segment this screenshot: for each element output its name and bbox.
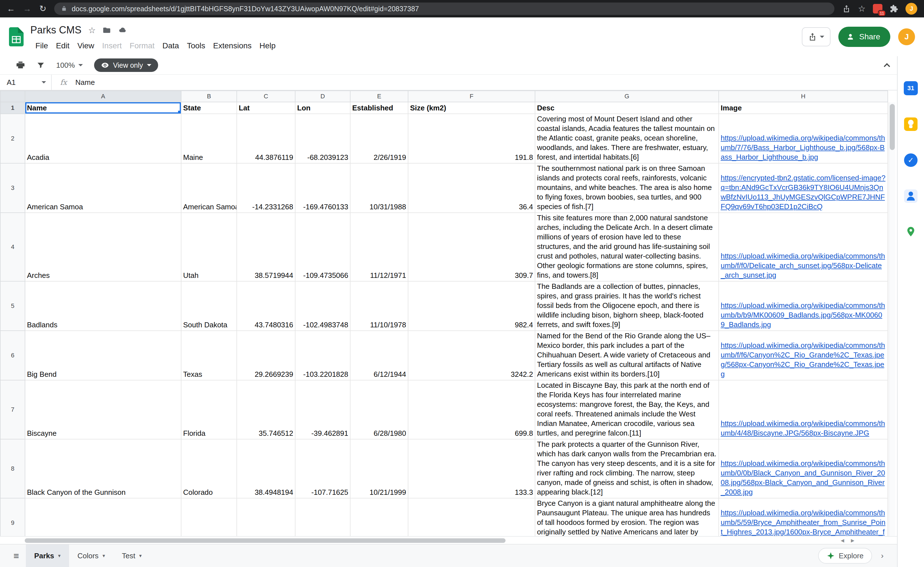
cell-name[interactable]: Badlands bbox=[25, 281, 181, 331]
column-header-g[interactable]: G bbox=[535, 91, 719, 102]
cell-lat[interactable]: 43.7480316 bbox=[237, 281, 295, 331]
move-to-drive-icon[interactable] bbox=[102, 26, 111, 34]
sheet-tab-parks[interactable]: Parks ▾ bbox=[26, 544, 69, 567]
cell-lat[interactable]: 38.5719944 bbox=[237, 213, 295, 281]
image-url-link[interactable]: https://upload.wikimedia.org/wikipedia/c… bbox=[721, 134, 885, 161]
cell-lon[interactable]: -102.4983748 bbox=[295, 281, 350, 331]
image-url-link[interactable]: https://upload.wikimedia.org/wikipedia/c… bbox=[721, 341, 885, 378]
cell-size[interactable]: 133.3 bbox=[408, 439, 535, 498]
maps-icon[interactable] bbox=[903, 225, 918, 239]
cell-desc[interactable]: The Badlands are a collection of buttes,… bbox=[535, 281, 719, 331]
print-icon[interactable] bbox=[16, 60, 25, 70]
cell-f1[interactable]: Size (km2) bbox=[408, 102, 535, 114]
row-number[interactable]: 1 bbox=[0, 102, 25, 114]
cell-b1[interactable]: State bbox=[181, 102, 237, 114]
select-all-corner[interactable] bbox=[0, 91, 25, 102]
vertical-scrollbar[interactable] bbox=[889, 102, 896, 536]
row-number[interactable]: 7 bbox=[0, 380, 25, 439]
cell-lon[interactable]: -39.462891 bbox=[295, 380, 350, 439]
column-header-h[interactable]: H bbox=[719, 91, 888, 102]
column-header-f[interactable]: F bbox=[408, 91, 535, 102]
fill-handle[interactable] bbox=[178, 111, 181, 113]
cell-established[interactable]: 11/10/1978 bbox=[350, 281, 408, 331]
cell-desc[interactable]: Bryce Canyon is a giant natural amphithe… bbox=[535, 498, 719, 536]
image-url-link[interactable]: https://upload.wikimedia.org/wikipedia/c… bbox=[721, 252, 885, 279]
sheet-tab-test[interactable]: Test ▾ bbox=[114, 544, 150, 567]
menu-view[interactable]: View bbox=[73, 40, 98, 52]
calendar-icon[interactable]: 31 bbox=[903, 81, 918, 96]
cell-state[interactable]: Utah bbox=[181, 213, 237, 281]
menu-insert[interactable]: Insert bbox=[98, 40, 126, 52]
extension-icon[interactable]: 11 bbox=[873, 4, 882, 14]
expand-panel-icon[interactable]: › bbox=[872, 551, 892, 560]
formula-input[interactable]: Name bbox=[75, 78, 94, 87]
account-avatar[interactable]: J bbox=[898, 29, 915, 45]
cell-name[interactable]: Bryce Canyon bbox=[25, 498, 181, 536]
cell-established[interactable]: 6/28/1980 bbox=[350, 380, 408, 439]
cell-size[interactable]: 309.7 bbox=[408, 213, 535, 281]
share-page-icon[interactable] bbox=[842, 5, 851, 13]
cell-established[interactable]: 2/26/1919 bbox=[350, 114, 408, 163]
all-sheets-icon[interactable]: ≡ bbox=[7, 550, 26, 561]
scroll-right-icon[interactable]: ▶ bbox=[851, 537, 854, 544]
row-number[interactable]: 8 bbox=[0, 439, 25, 498]
cell-name[interactable]: American Samoa bbox=[25, 163, 181, 213]
cell-name[interactable]: Biscayne bbox=[25, 380, 181, 439]
sheets-logo-icon[interactable] bbox=[9, 27, 24, 47]
cell-name[interactable]: Big Bend bbox=[25, 331, 181, 380]
cell-state[interactable]: Utah bbox=[181, 498, 237, 536]
filter-icon[interactable] bbox=[36, 61, 45, 69]
menu-edit[interactable]: Edit bbox=[52, 40, 73, 52]
cell-size[interactable]: 145 bbox=[408, 498, 535, 536]
image-url-link[interactable]: https://encrypted-tbn2.gstatic.com/licen… bbox=[721, 174, 885, 211]
bookmark-star-icon[interactable]: ☆ bbox=[858, 5, 866, 13]
cell-established[interactable]: 11/12/1971 bbox=[350, 213, 408, 281]
cell-c1[interactable]: Lat bbox=[237, 102, 295, 114]
keep-icon[interactable] bbox=[903, 117, 918, 131]
cell-size[interactable]: 699.8 bbox=[408, 380, 535, 439]
explore-button[interactable]: Explore bbox=[818, 548, 872, 564]
cell-lat[interactable]: 38.4948194 bbox=[237, 439, 295, 498]
row-number[interactable]: 3 bbox=[0, 163, 25, 213]
cell-established[interactable]: 2/25/1928 bbox=[350, 498, 408, 536]
cell-desc[interactable]: This site features more than 2,000 natur… bbox=[535, 213, 719, 281]
cell-state[interactable]: Maine bbox=[181, 114, 237, 163]
share-export-button[interactable] bbox=[802, 27, 831, 47]
menu-data[interactable]: Data bbox=[158, 40, 183, 52]
menu-extensions[interactable]: Extensions bbox=[209, 40, 256, 52]
cell-name[interactable]: Acadia bbox=[25, 114, 181, 163]
cell-established[interactable]: 6/12/1944 bbox=[350, 331, 408, 380]
cell-a1-selected[interactable]: Name bbox=[25, 102, 181, 114]
cell-lat[interactable]: 35.746512 bbox=[237, 380, 295, 439]
cell-desc[interactable]: The park protects a quarter of the Gunni… bbox=[535, 439, 719, 498]
star-document-icon[interactable]: ☆ bbox=[88, 25, 96, 35]
browser-profile-avatar[interactable]: J bbox=[906, 3, 917, 15]
cell-lon[interactable]: -109.4735066 bbox=[295, 213, 350, 281]
forward-icon[interactable]: → bbox=[23, 5, 32, 13]
cell-name[interactable]: Black Canyon of the Gunnison bbox=[25, 439, 181, 498]
document-title[interactable]: Parks CMS bbox=[30, 24, 81, 36]
cell-lat[interactable]: 44.3876119 bbox=[237, 114, 295, 163]
row-number[interactable]: 4 bbox=[0, 213, 25, 281]
cell-established[interactable]: 10/31/1988 bbox=[350, 163, 408, 213]
cell-name[interactable]: Arches bbox=[25, 213, 181, 281]
cell-desc[interactable]: Named for the Bend of the Rio Grande alo… bbox=[535, 331, 719, 380]
column-header-d[interactable]: D bbox=[295, 91, 350, 102]
cell-lat[interactable]: 37.6215335 bbox=[237, 498, 295, 536]
cell-state[interactable]: Colorado bbox=[181, 439, 237, 498]
cell-desc[interactable]: Covering most of Mount Desert Island and… bbox=[535, 114, 719, 163]
cell-established[interactable]: 10/21/1999 bbox=[350, 439, 408, 498]
sheet-tab-colors[interactable]: Colors ▾ bbox=[69, 544, 114, 567]
image-url-link[interactable]: https://upload.wikimedia.org/wikipedia/c… bbox=[721, 301, 885, 329]
menu-tools[interactable]: Tools bbox=[183, 40, 209, 52]
cell-lat[interactable]: 29.2669239 bbox=[237, 331, 295, 380]
cell-desc[interactable]: Located in Biscayne Bay, this park at th… bbox=[535, 380, 719, 439]
cell-desc[interactable]: The southernmost national park is on thr… bbox=[535, 163, 719, 213]
column-header-e[interactable]: E bbox=[350, 91, 408, 102]
image-url-link[interactable]: https://upload.wikimedia.org/wikipedia/c… bbox=[721, 459, 885, 496]
cell-lon[interactable]: -103.2201828 bbox=[295, 331, 350, 380]
cell-e1[interactable]: Established bbox=[350, 102, 408, 114]
reload-icon[interactable]: ↻ bbox=[39, 5, 46, 13]
row-number[interactable]: 2 bbox=[0, 114, 25, 163]
view-only-button[interactable]: View only bbox=[94, 59, 158, 72]
